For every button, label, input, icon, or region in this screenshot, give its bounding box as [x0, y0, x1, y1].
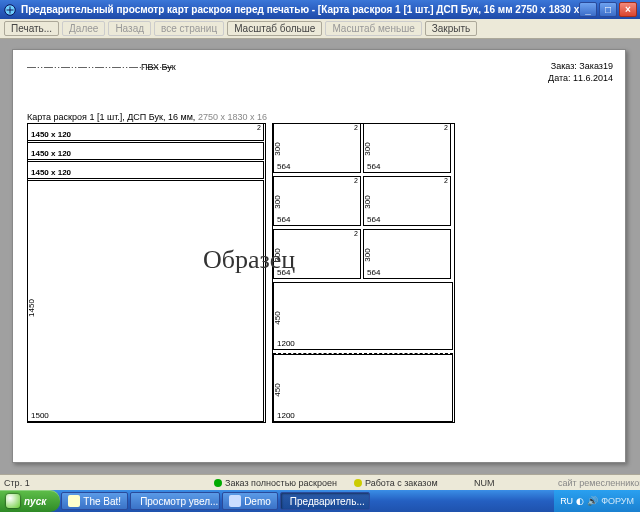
status-page: Стр. 1 — [4, 478, 214, 488]
zoomout-button[interactable]: Масштаб меньше — [325, 21, 421, 36]
piece-r2c1: 564 3002 — [273, 176, 361, 226]
task-preview[interactable]: Предваритель... — [280, 492, 370, 510]
windows-icon — [6, 494, 20, 508]
status-msg1: Заказ полностью раскроен — [214, 478, 354, 488]
maximize-button[interactable]: □ — [599, 2, 617, 17]
piece-bottom-2: 1200 450 — [273, 354, 453, 422]
toolbar: Печать... Далее Назад все страниц Масшта… — [0, 19, 640, 39]
lang-indicator[interactable]: RU — [560, 496, 573, 506]
piece-strip-1: 1450 x 1202 — [27, 123, 264, 141]
titlebar: Предварительный просмотр карт раскроя пе… — [0, 0, 640, 19]
header-material: ПВХ Бук — [141, 62, 176, 72]
tray-icon[interactable]: 🔊 — [587, 496, 598, 506]
system-tray[interactable]: RU ◐ 🔊 ФОРУМ — [554, 490, 640, 512]
allpages-button[interactable]: все страниц — [154, 21, 224, 36]
piece-bottom-1: 1200 450 — [273, 282, 453, 350]
header-right: Заказ: Заказ19 Дата: 11.6.2014 — [548, 60, 613, 84]
tray-brand: ФОРУМ — [601, 496, 634, 506]
sheet-subtitle: Карта раскроя 1 [1 шт.], ДСП Бук, 16 мм,… — [27, 112, 267, 122]
back-button[interactable]: Назад — [108, 21, 151, 36]
taskbar: пуск The Bat! Пpocмoтp увел... Demo Пред… — [0, 490, 640, 512]
start-button[interactable]: пуск — [0, 490, 60, 512]
piece-large: 1500 1450 — [27, 180, 264, 422]
tray-icon[interactable]: ◐ — [576, 496, 584, 506]
piece-strip-2: 1450 x 120 — [27, 142, 264, 160]
subtitle-main: Карта раскроя 1 [1 шт.], ДСП Бук, 16 мм, — [27, 112, 195, 122]
watermark: Образец — [203, 245, 295, 275]
piece-r2c2: 564 3002 — [363, 176, 451, 226]
order-label: Заказ: Заказ19 — [548, 60, 613, 72]
status-num: NUM — [474, 478, 524, 488]
piece-r1c1: 564 3002 — [273, 123, 361, 173]
piece-strip-3: 1450 x 120 — [27, 161, 264, 179]
date-label: Дата: 11.6.2014 — [548, 72, 613, 84]
close-preview-button[interactable]: Закрыть — [425, 21, 478, 36]
page: —··—··—··—··—··—··—··—··— ПВХ Бук Заказ:… — [12, 49, 626, 463]
status-msg2: Работа с заказом — [354, 478, 474, 488]
next-button[interactable]: Далее — [62, 21, 105, 36]
page-area: —··—··—··—··—··—··—··—··— ПВХ Бук Заказ:… — [0, 39, 640, 474]
task-demo[interactable]: Demo — [222, 492, 278, 510]
subtitle-dims: 2750 x 1830 x 16 — [198, 112, 267, 122]
task-viewer[interactable]: Пpocмoтp увел... — [130, 492, 220, 510]
app-icon — [3, 3, 17, 17]
print-button[interactable]: Печать... — [4, 21, 59, 36]
close-button[interactable]: × — [619, 2, 637, 17]
statusbar: Стр. 1 Заказ полностью раскроен Работа с… — [0, 474, 640, 490]
status-branding: сайт ремесленников — [524, 478, 640, 488]
minimize-button[interactable]: _ — [579, 2, 597, 17]
zoomin-button[interactable]: Масштаб больше — [227, 21, 322, 36]
piece-r1c2: 564 3002 — [363, 123, 451, 173]
window-buttons: _ □ × — [579, 2, 637, 17]
task-thebat[interactable]: The Bat! — [61, 492, 128, 510]
window-title: Предварительный просмотр карт раскроя пе… — [21, 4, 579, 15]
piece-r3c2: 564 300 — [363, 229, 451, 279]
